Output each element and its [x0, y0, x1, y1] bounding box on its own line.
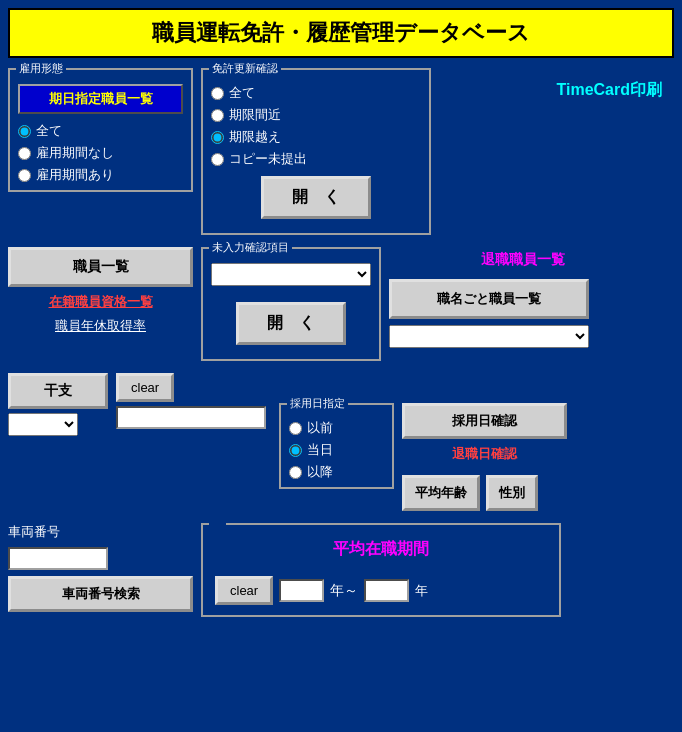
saiyou-radio-after[interactable] — [289, 466, 302, 479]
menkyo-radio-group: 全て 期限間近 期限越え コピー未提出 — [211, 84, 421, 168]
koyou-option-あり[interactable]: 雇用期間あり — [18, 166, 183, 184]
saiyou-right-area: 採用日確認 退職日確認 平均年齢 性別 — [402, 403, 567, 511]
menkyo-option-kigenkoe[interactable]: 期限越え — [211, 128, 421, 146]
saiyou-radio-today[interactable] — [289, 444, 302, 457]
koyou-radio-all[interactable] — [18, 125, 31, 138]
clear-input-area: clear — [116, 373, 271, 429]
right-top-row: 退職職員一覧 — [389, 247, 589, 273]
koyou-option-all[interactable]: 全て — [18, 122, 183, 140]
menkyo-radio-kigenkoe[interactable] — [211, 131, 224, 144]
saiyouhi-kakunin-button[interactable]: 採用日確認 — [402, 403, 567, 439]
saiyou-option-today[interactable]: 当日 — [289, 441, 384, 459]
koyou-label: 雇用形態 — [16, 61, 66, 76]
heikin-area: 平均年齢 性別 — [402, 475, 567, 511]
year-from-input[interactable] — [279, 579, 324, 602]
menkyo-option-kinchiku[interactable]: 期限間近 — [211, 106, 421, 124]
koyou-panel: 雇用形態 期日指定職員一覧 全て 雇用期間なし 雇用期間あり — [8, 68, 193, 192]
saiyou-radio-before[interactable] — [289, 422, 302, 435]
menkyo-open-button[interactable]: 開 く — [261, 176, 371, 219]
sharyou-input[interactable] — [8, 547, 108, 570]
timecard-area: TimeCard印刷 — [544, 68, 674, 109]
taishoku-button[interactable]: 退職職員一覧 — [477, 247, 569, 273]
heikin-zaisyoku-title-button[interactable]: 平均在職期間 — [211, 539, 551, 560]
eto-area: 干支 — [8, 373, 108, 436]
heikin-nenrei-button[interactable]: 平均年齢 — [402, 475, 480, 511]
seibetsu-button[interactable]: 性別 — [486, 475, 538, 511]
shokuin-button[interactable]: 職員一覧 — [8, 247, 193, 287]
menkyo-panel: 免許更新確認 全て 期限間近 期限越え コピー未提出 — [201, 68, 431, 235]
shokumei-area: 職名ごと職員一覧 — [389, 279, 589, 348]
nen-label: 年 — [415, 582, 428, 600]
menkyo-radio-copy[interactable] — [211, 153, 224, 166]
menkyo-radio-kinchiku[interactable] — [211, 109, 224, 122]
shokumei-button[interactable]: 職名ごと職員一覧 — [389, 279, 589, 319]
minyuuryoku-label: 未入力確認項目 — [209, 240, 292, 255]
saiyou-option-before[interactable]: 以前 — [289, 419, 384, 437]
heikin-zaisyoku-panel-label — [209, 516, 226, 531]
name-search-input[interactable] — [116, 406, 266, 429]
koyou-radio-group: 全て 雇用期間なし 雇用期間あり — [18, 122, 183, 184]
clear-button-2[interactable]: clear — [215, 576, 273, 605]
menkyo-option-copy[interactable]: コピー未提出 — [211, 150, 421, 168]
menkyo-option-all[interactable]: 全て — [211, 84, 421, 102]
clear-button-1[interactable]: clear — [116, 373, 174, 402]
tilde-label: 年～ — [330, 582, 358, 600]
menkyo-label: 免許更新確認 — [209, 61, 281, 76]
eto-button[interactable]: 干支 — [8, 373, 108, 409]
koyou-option-none[interactable]: 雇用期間なし — [18, 144, 183, 162]
heikin-zaisyoku-row: clear 年～ 年 — [211, 572, 551, 609]
koyou-radio-none[interactable] — [18, 147, 31, 160]
menkyo-radio-all[interactable] — [211, 87, 224, 100]
year-to-input[interactable] — [364, 579, 409, 602]
timecard-button[interactable]: TimeCard印刷 — [544, 72, 674, 109]
heikin-zaisyoku-panel: 平均在職期間 clear 年～ 年 — [201, 523, 561, 617]
minyuuryoku-panel: 未入力確認項目 開 く — [201, 247, 381, 361]
saiyou-radio-group: 以前 当日 以降 — [289, 419, 384, 481]
taishokuhi-kakunin-button[interactable]: 退職日確認 — [402, 445, 567, 463]
minyuuryoku-select[interactable] — [211, 263, 371, 286]
minyuuryoku-open-button[interactable]: 開 く — [236, 302, 346, 345]
eto-select[interactable] — [8, 413, 78, 436]
page-title: 職員運転免許・履歴管理データベース — [8, 8, 674, 58]
sharyou-area: 車両番号 車両番号検索 — [8, 523, 193, 612]
saiyou-panel: 採用日指定 以前 当日 以降 — [279, 403, 394, 489]
saiyou-option-after[interactable]: 以降 — [289, 463, 384, 481]
sharyou-label: 車両番号 — [8, 523, 193, 541]
shokumei-select[interactable] — [389, 325, 589, 348]
sharyou-search-button[interactable]: 車両番号検索 — [8, 576, 193, 612]
nenkyuu-link[interactable]: 職員年休取得率 — [8, 317, 193, 335]
shokuin-area: 職員一覧 在籍職員資格一覧 職員年休取得率 — [8, 247, 193, 335]
koyou-radio-ari[interactable] — [18, 169, 31, 182]
saiyou-label: 採用日指定 — [287, 396, 348, 411]
koyou-title-button[interactable]: 期日指定職員一覧 — [18, 84, 183, 114]
right-panel: 退職職員一覧 職名ごと職員一覧 — [389, 247, 589, 348]
zaiseki-shikaku-link[interactable]: 在籍職員資格一覧 — [8, 293, 193, 311]
